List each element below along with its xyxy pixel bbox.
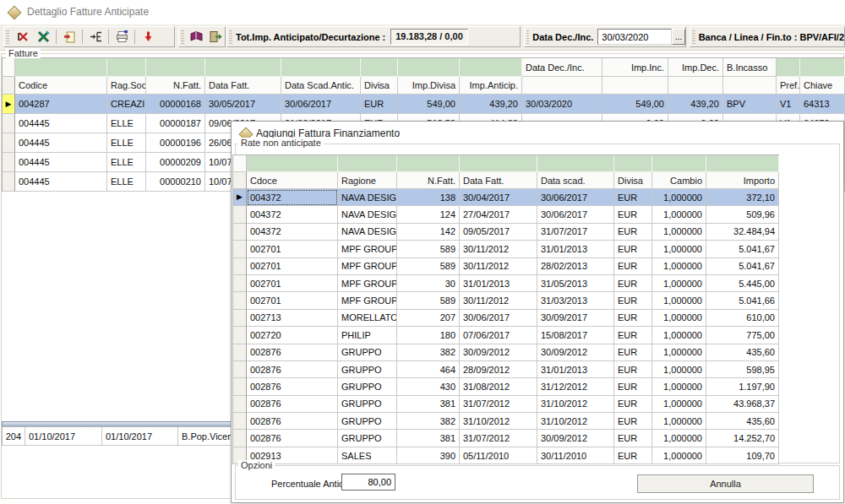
column-header[interactable]: Divisa <box>614 172 652 189</box>
rate-cell[interactable]: 30/09/2012 <box>537 344 614 361</box>
download-button[interactable] <box>138 28 158 46</box>
rate-cell[interactable]: EUR <box>614 396 652 413</box>
rate-cell[interactable]: MPF GROUP <box>338 241 397 257</box>
rate-cell[interactable]: 180 <box>397 327 460 344</box>
rate-cell[interactable]: 207 <box>397 310 460 327</box>
fatture-cell[interactable]: 004445 <box>15 114 107 133</box>
fatture-cell[interactable]: 30/06/2017 <box>281 95 361 114</box>
rate-cell[interactable]: 509,96 <box>706 206 779 223</box>
fatture-cell[interactable]: 00000210 <box>146 172 205 192</box>
column-header[interactable]: B.Incasso <box>723 58 777 77</box>
column-header[interactable]: Imp.Inc. <box>602 58 668 77</box>
excel-export-button[interactable] <box>33 28 53 46</box>
rate-cell[interactable]: 31/03/2013 <box>537 292 614 309</box>
percentuale-anticipo-input[interactable] <box>341 474 395 490</box>
fatture-cell[interactable]: 004445 <box>15 133 107 153</box>
rate-cell[interactable]: PHILIP <box>338 327 397 344</box>
rate-cell[interactable]: 1,000000 <box>652 275 706 292</box>
rate-cell[interactable]: 30/11/2012 <box>460 258 537 275</box>
column-header[interactable]: Importo <box>706 172 779 189</box>
rate-cell[interactable]: 382 <box>397 413 460 430</box>
rate-cell[interactable]: 1,000000 <box>652 224 706 241</box>
rate-cell[interactable]: 31/07/2017 <box>537 224 614 241</box>
rate-cell[interactable]: 31/07/2012 <box>460 430 537 447</box>
rate-cell[interactable]: 1,000000 <box>652 396 706 413</box>
rate-cell[interactable]: EUR <box>614 361 652 378</box>
rate-cell[interactable]: GRUPPO <box>338 430 397 447</box>
rate-cell[interactable]: EUR <box>614 327 652 344</box>
fatture-cell[interactable]: 439,20 <box>460 95 522 114</box>
row-selector[interactable] <box>233 361 247 378</box>
fatture-cell[interactable]: 00000168 <box>146 95 205 114</box>
column-header[interactable]: Ragione <box>338 172 397 189</box>
annulla-button[interactable]: Annulla <box>637 474 814 493</box>
rate-cell[interactable]: MPF GROUP <box>338 275 397 292</box>
rate-cell[interactable]: 004372 <box>247 189 338 206</box>
rate-cell[interactable]: 30/09/2012 <box>460 344 537 361</box>
rate-cell[interactable]: GRUPPO <box>338 396 397 413</box>
row-selector[interactable] <box>3 172 15 192</box>
rate-cell[interactable]: 1,000000 <box>652 310 706 327</box>
rate-cell[interactable]: 1,000000 <box>652 430 706 447</box>
rate-row[interactable]: 002876GRUPPO43031/08/201231/12/2012EUR1,… <box>233 378 779 395</box>
rate-cell[interactable]: 30 <box>397 275 460 292</box>
rate-row[interactable]: 002701MPF GROUP3031/01/201331/05/2013EUR… <box>233 275 779 292</box>
rate-cell[interactable]: 14.252,70 <box>706 430 779 447</box>
paste-button[interactable] <box>59 28 79 46</box>
rate-cell[interactable]: 05/11/2010 <box>460 447 537 464</box>
rate-cell[interactable]: 31/07/2012 <box>460 396 537 413</box>
rate-cell[interactable]: 27/04/2017 <box>460 206 537 223</box>
fatture-cell[interactable]: BPV <box>723 95 777 114</box>
rate-cell[interactable]: 1,000000 <box>652 361 706 378</box>
rate-cell[interactable]: 5.445,00 <box>706 275 779 292</box>
column-header[interactable]: Divisa <box>361 77 398 95</box>
rate-cell[interactable]: 382 <box>397 344 460 361</box>
rate-row[interactable]: 002876GRUPPO46428/09/201231/01/2013EUR1,… <box>233 361 779 378</box>
fatture-cell[interactable]: 004287 <box>15 95 107 114</box>
rate-cell[interactable]: 610,00 <box>706 310 779 327</box>
subtable-cell[interactable]: 01/10/2017 <box>102 427 178 446</box>
rate-cell[interactable]: 31/01/2013 <box>460 275 537 292</box>
rate-cell[interactable]: 002720 <box>247 327 338 344</box>
rate-cell[interactable]: GRUPPO <box>338 378 397 395</box>
rate-cell[interactable]: 30/06/2017 <box>537 206 614 223</box>
rate-cell[interactable]: 002701 <box>247 241 338 257</box>
column-header[interactable]: Data Fatt. <box>460 172 537 189</box>
rate-cell[interactable]: 002701 <box>247 275 338 292</box>
rate-cell[interactable]: 31/05/2013 <box>537 275 614 292</box>
rate-cell[interactable]: 1,000000 <box>652 447 706 464</box>
rate-cell[interactable]: 30/11/2012 <box>460 292 537 309</box>
rate-cell[interactable]: 002876 <box>247 378 338 395</box>
row-selector[interactable] <box>233 206 247 223</box>
rate-cell[interactable]: 1,000000 <box>652 241 706 257</box>
rate-cell[interactable]: 142 <box>397 224 460 241</box>
rate-cell[interactable]: EUR <box>614 206 652 223</box>
rate-row[interactable]: 002720PHILIP18007/06/201715/08/2017EUR1,… <box>233 327 779 344</box>
fatture-cell[interactable]: 439,20 <box>668 95 723 114</box>
fatture-cell[interactable]: 00000196 <box>146 133 205 153</box>
row-selector[interactable] <box>233 241 247 257</box>
rate-cell[interactable]: GRUPPO <box>338 361 397 378</box>
rate-cell[interactable]: 1.197,90 <box>706 378 779 395</box>
fatture-cell[interactable]: 004445 <box>15 153 107 172</box>
column-header[interactable]: Chiave <box>800 77 845 95</box>
rate-cell[interactable]: 30/09/2012 <box>537 430 614 447</box>
row-selector[interactable] <box>233 275 247 292</box>
fatture-cell[interactable]: V1 <box>777 95 800 114</box>
rate-cell[interactable]: 43.968,37 <box>706 396 779 413</box>
rate-cell[interactable]: GRUPPO <box>338 413 397 430</box>
column-header[interactable]: Cambio <box>652 172 706 189</box>
row-selector[interactable] <box>233 292 247 309</box>
rate-cell[interactable]: 1,000000 <box>652 344 706 361</box>
rate-cell[interactable]: SALES <box>338 447 397 464</box>
column-header[interactable]: N.Fatt. <box>146 77 205 95</box>
rate-cell[interactable]: MPF GROUP <box>338 258 397 275</box>
column-header[interactable]: Imp.Anticip. <box>460 77 522 95</box>
fatture-cell[interactable]: 004445 <box>15 172 107 192</box>
rate-cell[interactable]: EUR <box>614 275 652 292</box>
fatture-cell[interactable]: ELLE <box>107 153 146 172</box>
rate-cell[interactable]: EUR <box>614 241 652 257</box>
fatture-cell[interactable]: 549,00 <box>398 95 460 114</box>
rate-cell[interactable]: 002713 <box>247 310 338 327</box>
row-selector[interactable] <box>233 344 247 361</box>
